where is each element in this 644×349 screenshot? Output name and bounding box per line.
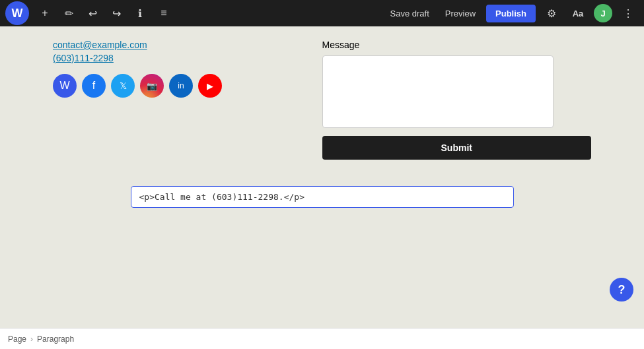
tools-button[interactable]: ✏ — [58, 3, 79, 24]
contact-email-link[interactable]: contact@example.com — [53, 40, 322, 50]
help-icon: ? — [618, 283, 626, 297]
publish-button[interactable]: Publish — [486, 5, 536, 22]
breadcrumb-separator: › — [30, 334, 33, 344]
font-button[interactable]: Aa — [567, 3, 589, 24]
twitter-icon[interactable]: 𝕏 — [111, 74, 135, 98]
more-menu-button[interactable]: ⋮ — [618, 3, 639, 24]
list-view-button[interactable]: ≡ — [153, 3, 174, 24]
contact-phone-link[interactable]: (603)111-2298 — [53, 53, 322, 63]
list-icon: ≡ — [161, 7, 166, 19]
help-button[interactable]: ? — [610, 278, 633, 301]
undo-icon: ↩ — [89, 7, 97, 20]
status-bar: Page › Paragraph — [0, 328, 644, 349]
breadcrumb-page[interactable]: Page — [8, 334, 26, 344]
font-icon: Aa — [573, 9, 584, 18]
more-icon: ⋮ — [623, 7, 633, 20]
wordpress-icon[interactable]: W — [53, 74, 77, 98]
youtube-icon[interactable]: ▶ — [198, 74, 222, 98]
left-column: contact@example.com (603)111-2298 W f 𝕏 … — [53, 40, 322, 160]
gear-icon: ⚙ — [547, 7, 556, 20]
html-code-block[interactable]: <p>Call me at (603)111-2298.</p> — [131, 186, 514, 208]
html-editor-wrapper: <p>Call me at (603)111-2298.</p> — [0, 179, 644, 214]
add-block-button[interactable]: + — [34, 3, 55, 24]
undo-button[interactable]: ↩ — [82, 3, 103, 24]
facebook-icon[interactable]: f — [82, 74, 106, 98]
breadcrumb-paragraph[interactable]: Paragraph — [37, 334, 74, 344]
message-textarea[interactable] — [322, 55, 554, 128]
add-icon: + — [42, 7, 48, 19]
social-icons-row: W f 𝕏 📷 in ▶ — [53, 74, 322, 98]
edit-icon: ✏ — [65, 7, 73, 20]
right-column: Message Submit — [322, 40, 592, 160]
editor-columns: contact@example.com (603)111-2298 W f 𝕏 … — [0, 26, 644, 173]
info-icon: ℹ — [138, 7, 142, 20]
linkedin-icon[interactable]: in — [169, 74, 193, 98]
preview-button[interactable]: Preview — [440, 6, 481, 21]
submit-button[interactable]: Submit — [322, 136, 592, 160]
redo-icon: ↪ — [112, 7, 121, 20]
instagram-icon[interactable]: 📷 — [140, 74, 164, 98]
settings-button[interactable]: ⚙ — [541, 3, 562, 24]
redo-button[interactable]: ↪ — [106, 3, 127, 24]
toolbar: W + ✏ ↩ ↪ ℹ ≡ Save draft Preview Publish… — [0, 0, 644, 26]
save-draft-button[interactable]: Save draft — [385, 6, 435, 21]
toolbar-right: Save draft Preview Publish ⚙ Aa J ⋮ — [385, 3, 639, 24]
message-label: Message — [322, 40, 592, 50]
info-button[interactable]: ℹ — [129, 3, 151, 24]
user-avatar[interactable]: J — [594, 4, 612, 22]
wp-logo-icon[interactable]: W — [5, 1, 29, 25]
